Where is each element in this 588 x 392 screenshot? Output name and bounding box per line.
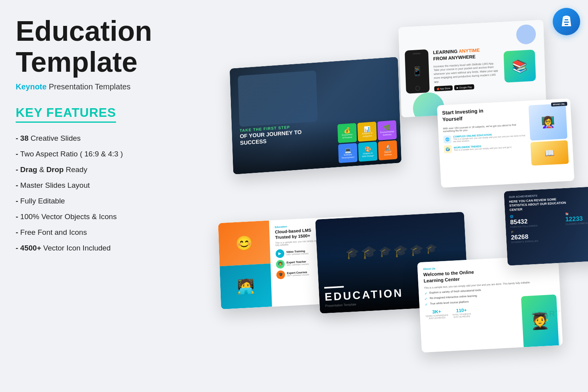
slide-3-inner: Start Investing inYourself With over 150… [437,98,575,188]
features-list: 38 Creative Slides Two Aspect Ratio ( 16… [16,131,180,256]
color-box-env: 🌿 EnvironmentalSciences [377,120,397,140]
stat-1-label: YEARLY EXPERIENCEJUST ACHIEVED [425,314,448,320]
feature-2: Two Aspect Ratio ( 16:9 & 4:3 ) [16,146,180,162]
keynote-svg-icon [559,15,573,29]
color-box-economics: 💰 Economics& Finance [338,123,357,143]
slide-4-img-top: 😊 [218,220,270,266]
feature-5: Fully Editable [16,193,180,209]
slide-4-icon-3: 🎓 [276,270,285,279]
slide-4-icon-1: ▶ [276,249,285,258]
slide-2-circle2 [516,24,536,45]
slide-2-phone: 📱 [405,49,430,94]
slide-3-heading: Start Investing inYourself [442,105,526,123]
slide-4-img-bot: 🧑‍💻 [220,263,272,309]
slide-6-feature-3-text: True white level course platform [430,300,469,305]
slide-3-layout: Start Investing inYourself With over 150… [442,103,569,170]
slide-7-stat-students: 🎓 26268 STUDENTS ENROLLED [511,228,564,243]
slide-6-stat-2: 110+ TOTAL STUDENTSJUST ACHIEVED [452,307,471,318]
slide-3-img-2: 📖 [530,140,569,166]
subtitle: Keynote Presentation Templates [16,82,180,91]
slide-6-feature-1-text: Explore a variety of fresh educational t… [429,289,481,294]
slide-6-inner: About Us Welcome to the OnlineLearning C… [417,255,563,353]
slide-6-star-text: START [532,309,561,319]
slide-card-6: About Us Welcome to the OnlineLearning C… [417,255,563,353]
slide-3-icon-1: 🌐 [443,135,452,143]
left-panel: Education Template Keynote Presentation … [16,16,180,256]
slide-4-label-3: Expert Courses 300+ unlimited courses [287,270,309,277]
slide-3-item-2: 🌍 WORLDWIDE TRENDS This is a sample text… [444,141,528,153]
check-icon-3: ✓ [425,302,428,306]
slide-1-inner: TAKE THE FIRST STEP OF YOUR JOURNEY TO S… [230,57,401,174]
slide-4-left-images: 😊 🧑‍💻 [218,220,272,309]
slide-card-1: TAKE THE FIRST STEP OF YOUR JOURNEY TO S… [230,57,401,174]
slide-3-body: With over 150 courses in 18 subjects, we… [443,123,526,132]
slide-7-overlay [563,185,588,263]
slide-3-content: Start Investing inYourself With over 150… [442,105,528,170]
feature-3: Drag & Drop Ready [16,162,180,178]
feature-4: Master Slides Layout [16,178,180,193]
app-store-btn: 🍎 App Store [434,85,453,91]
slide-card-3: Start Investing inYourself With over 150… [437,98,575,188]
feature-1: 38 Creative Slides [16,131,180,146]
keynote-app-icon [553,8,580,35]
slide-3-img-1: 👩‍🏫 [528,103,568,141]
feature-6: 100% Vector Objects & Icons [16,209,180,225]
slide-2-app-buttons: 🍎 App Store ▶ Google Play [434,83,500,91]
slide-2-body: Increase the mastery level with Skillrid… [434,61,500,84]
color-box-software: 💻 SoftwareDevelopment [338,143,358,163]
feature-7: Free Font and Icons [16,225,180,240]
slide-4-label-2: Expert Teacher 200+ unlimited courses [287,260,309,266]
slide-6-feature-2-text: Re-imagined interactive online learning [430,294,477,299]
color-box-analysis: 📊 Analysis ofJudgment [358,122,377,142]
slide-3-items: 🌐 COMPLEX ONLINE EDUCATION This is a sam… [443,131,528,153]
slide-2-image-area: 📚 [503,49,540,83]
slide-2-text: LEARNING ANYTIMEFROM ANYWHERE Increase t… [433,47,500,91]
slide-2-heading: LEARNING ANYTIMEFROM ANYWHERE [433,47,499,62]
check-icon-1: ✓ [424,292,428,296]
slide-6-person-image: 🧑‍🎓 [521,294,559,347]
slide-3-label-1: COMPLEX ONLINE EDUCATION This is a sampl… [453,131,527,143]
slide-7-stat-followers: 🌐 85432 FOREIGN FOLLOWERS [510,212,563,228]
slides-preview-area: TAKE THE FIRST STEP OF YOUR JOURNEY TO S… [208,8,588,384]
slide-4-icon-2: 👨‍🏫 [276,260,285,269]
color-box-extra: 🔬 NaturalScience [378,140,397,160]
stat-2-label: TOTAL STUDENTSJUST ACHIEVED [452,313,471,319]
slide-1-color-boxes: 💰 Economics& Finance 📊 Analysis ofJudgme… [338,120,397,163]
page-title: Education Template [16,16,180,78]
slide-3-brand-badge: BRAND CRE. [551,102,567,107]
slide-card-7: OUR ACHIEVEMENTS HERE YOU CAN REVIEW SOM… [504,185,588,265]
google-play-btn: ▶ Google Play [454,84,474,90]
slide-5-content: EDUCATION Presentation Template [324,283,404,308]
subtitle-keynote: Keynote [16,82,47,91]
slide-3-label-2: WORLDWIDE TRENDS This is a sample text, … [454,143,512,151]
slide-4-label-1: Video Training 100+ unlimited courses [286,249,309,256]
slide-7-inner: OUR ACHIEVEMENTS HERE YOU CAN REVIEW SOM… [504,185,588,265]
check-icon-2: ✓ [425,297,428,301]
key-features-heading: KEY FEATURES [16,105,116,123]
subtitle-rest: Presentation Templates [47,82,131,91]
feature-8: 4500+ Vector Icon Included [16,240,180,256]
color-box-graphic: 🎨 Graphic &Web Design [358,142,377,162]
slide-2-content: 📱 LEARNING ANYTIMEFROM ANYWHERE Increase… [405,44,540,94]
slide-3-images: 👩‍🏫 📖 [528,103,569,166]
slide-3-icon-2: 🌍 [444,145,452,153]
slide-6-stat-1: 3K+ YEARLY EXPERIENCEJUST ACHIEVED [425,309,448,320]
